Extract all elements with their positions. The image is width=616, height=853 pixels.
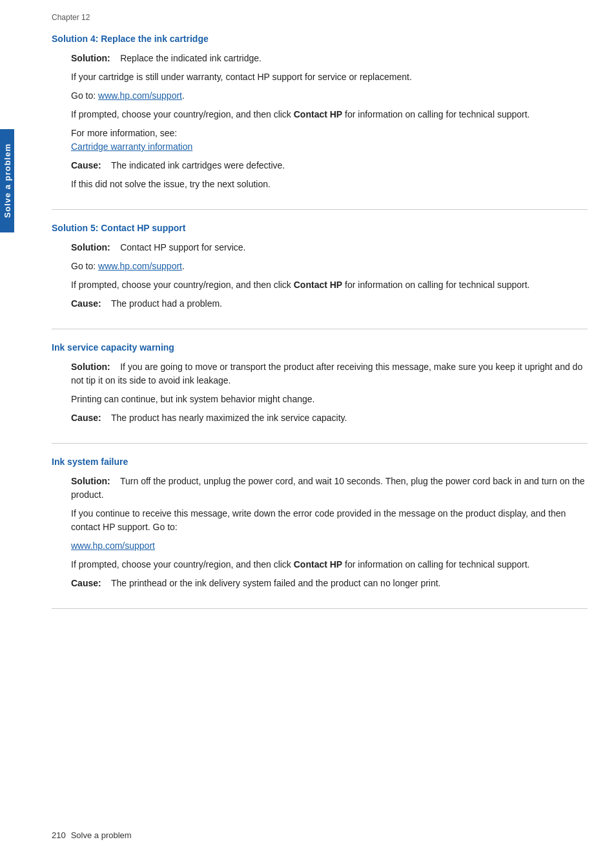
sidebar-tab: Solve a problem bbox=[0, 129, 14, 232]
solution4-solution-text: Replace the indicated ink cartridge. bbox=[120, 53, 262, 63]
solution5-goto-link[interactable]: www.hp.com/support bbox=[98, 261, 182, 271]
solution4-solution-label: Solution: bbox=[71, 53, 110, 63]
ink-service-cause-line: Cause: The product has nearly maximized … bbox=[71, 411, 588, 425]
ink-failure-solution-label: Solution: bbox=[71, 476, 110, 486]
ink-failure-solution-line: Solution: Turn off the product, unplug t… bbox=[71, 475, 588, 502]
solution4-solution-line: Solution: Replace the indicated ink cart… bbox=[71, 52, 588, 65]
section-ink-system-failure: Ink system failure Solution: Turn off th… bbox=[52, 457, 588, 609]
ink-failure-solution-text: Turn off the product, unplug the power c… bbox=[71, 476, 585, 500]
section-body-solution4: Solution: Replace the indicated ink cart… bbox=[52, 52, 588, 191]
solution5-contact-para: If prompted, choose your country/region,… bbox=[71, 278, 588, 292]
solution5-solution-line: Solution: Contact HP support for service… bbox=[71, 241, 588, 254]
solution5-contact-bold: Contact HP bbox=[294, 280, 342, 290]
main-content: Chapter 12 Solution 4: Replace the ink c… bbox=[19, 0, 613, 853]
solution5-goto-para: Go to: www.hp.com/support. bbox=[71, 260, 588, 273]
solution4-contact-bold: Contact HP bbox=[294, 109, 342, 119]
ink-service-solution-label: Solution: bbox=[71, 362, 110, 372]
solution4-cause-line: Cause: The indicated ink cartridges were… bbox=[71, 159, 588, 172]
ink-failure-goto-para: www.hp.com/support bbox=[71, 539, 588, 553]
ink-failure-cause-line: Cause: The printhead or the ink delivery… bbox=[71, 577, 588, 590]
solution4-contact-para: If prompted, choose your country/region,… bbox=[71, 108, 588, 121]
section-body-ink-failure: Solution: Turn off the product, unplug t… bbox=[52, 475, 588, 590]
ink-failure-contact-para: If prompted, choose your country/region,… bbox=[71, 558, 588, 571]
section-title-solution4: Solution 4: Replace the ink cartridge bbox=[52, 34, 588, 44]
solution5-solution-label: Solution: bbox=[71, 242, 110, 252]
section-title-solution5: Solution 5: Contact HP support bbox=[52, 223, 588, 233]
ink-service-cause-label: Cause: bbox=[71, 413, 101, 423]
ink-service-solution-line: Solution: If you are going to move or tr… bbox=[71, 360, 588, 387]
footer-text: Solve a problem bbox=[71, 830, 132, 840]
solution4-goto-link[interactable]: www.hp.com/support bbox=[98, 90, 182, 101]
solution5-cause-label: Cause: bbox=[71, 298, 101, 309]
ink-failure-goto-link[interactable]: www.hp.com/support bbox=[71, 540, 155, 551]
solution4-goto-para: Go to: www.hp.com/support. bbox=[71, 89, 588, 103]
section-solution5: Solution 5: Contact HP support Solution:… bbox=[52, 223, 588, 329]
chapter-label: Chapter 12 bbox=[52, 13, 588, 22]
ink-service-solution-text: If you are going to move or transport th… bbox=[71, 362, 582, 385]
solution4-last-para: If this did not solve the issue, try the… bbox=[71, 178, 588, 191]
solution5-cause-line: Cause: The product had a problem. bbox=[71, 297, 588, 311]
solution4-cartridge-link[interactable]: Cartridge warranty information bbox=[71, 141, 192, 152]
section-ink-service-capacity: Ink service capacity warning Solution: I… bbox=[52, 342, 588, 444]
page-number: 210 bbox=[52, 830, 66, 840]
solution5-solution-text: Contact HP support for service. bbox=[120, 242, 245, 252]
ink-failure-continue-para: If you continue to receive this message,… bbox=[71, 507, 588, 534]
solution4-cause-label: Cause: bbox=[71, 160, 101, 170]
solution4-warranty-para: If your cartridge is still under warrant… bbox=[71, 70, 588, 84]
section-body-solution5: Solution: Contact HP support for service… bbox=[52, 241, 588, 311]
ink-service-extra-para: Printing can continue, but ink system be… bbox=[71, 393, 588, 406]
section-solution4: Solution 4: Replace the ink cartridge So… bbox=[52, 34, 588, 210]
section-title-ink-failure: Ink system failure bbox=[52, 457, 588, 467]
ink-failure-contact-bold: Contact HP bbox=[294, 559, 342, 570]
section-title-ink-service: Ink service capacity warning bbox=[52, 342, 588, 353]
page-footer: 210 Solve a problem bbox=[19, 830, 590, 840]
section-body-ink-service: Solution: If you are going to move or tr… bbox=[52, 360, 588, 425]
ink-failure-cause-label: Cause: bbox=[71, 578, 101, 588]
solution4-more-info-para: For more information, see: Cartridge war… bbox=[71, 127, 588, 154]
sidebar-label: Solve a problem bbox=[3, 143, 12, 218]
